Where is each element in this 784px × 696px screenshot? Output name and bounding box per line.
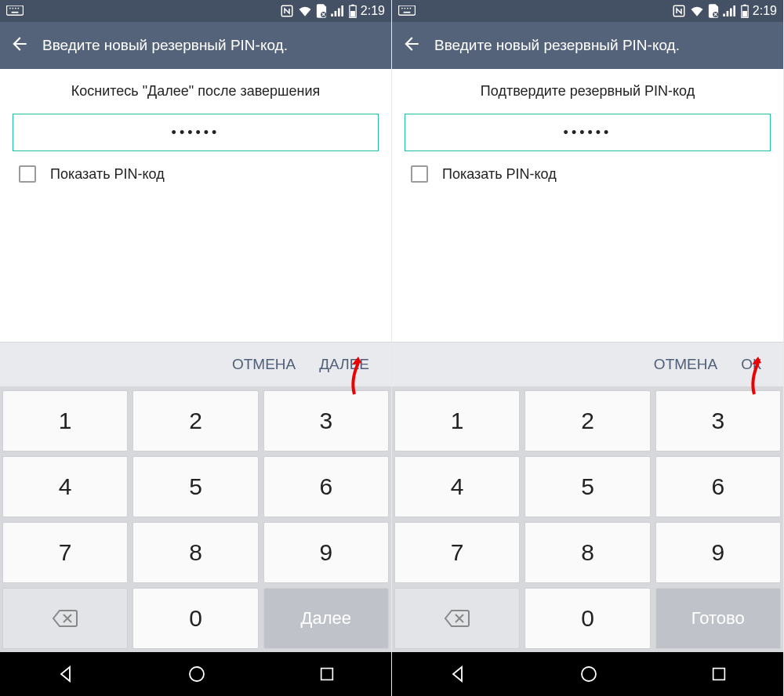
pin-input[interactable]: ••••••	[13, 114, 379, 151]
svg-point-20	[407, 8, 408, 9]
key-2[interactable]: 2	[132, 390, 258, 451]
key-backspace[interactable]	[394, 588, 520, 649]
key-2[interactable]: 2	[524, 390, 650, 451]
nav-bar	[392, 652, 783, 696]
key-5[interactable]: 5	[132, 456, 258, 517]
back-icon[interactable]	[401, 34, 422, 57]
key-4[interactable]: 4	[394, 456, 520, 517]
svg-point-3	[15, 8, 16, 9]
svg-rect-27	[730, 9, 732, 17]
confirm-button[interactable]: ДАЛЕЕ	[319, 356, 369, 373]
svg-rect-11	[341, 5, 343, 16]
cancel-button[interactable]: ОТМЕНА	[654, 356, 717, 373]
svg-rect-26	[726, 11, 728, 16]
key-action[interactable]: Готово	[655, 588, 781, 649]
svg-point-32	[582, 667, 596, 681]
svg-rect-0	[7, 5, 24, 15]
key-3[interactable]: 3	[655, 390, 781, 451]
key-1[interactable]: 1	[394, 390, 520, 451]
svg-rect-22	[404, 12, 411, 13]
key-0[interactable]: 0	[524, 588, 650, 649]
numeric-keypad: 1 2 3 4 5 6 7 8 9 0 Готово	[392, 387, 783, 652]
status-bar: 2:19	[0, 0, 391, 22]
key-backspace[interactable]	[2, 588, 128, 649]
status-bar: 2:19	[392, 0, 783, 22]
sim-icon	[708, 4, 719, 18]
wifi-icon	[298, 5, 312, 16]
svg-rect-17	[399, 5, 416, 15]
pin-mask: ••••••	[564, 125, 612, 141]
nav-recent-icon[interactable]	[710, 665, 728, 683]
instruction-text: Подтвердите резервный PIN-код	[405, 83, 771, 100]
nav-bar	[0, 652, 391, 696]
svg-rect-25	[723, 14, 725, 17]
sim-icon	[316, 4, 327, 18]
key-3[interactable]: 3	[263, 390, 389, 451]
show-pin-label: Показать PIN-код	[442, 166, 557, 183]
key-6[interactable]: 6	[655, 456, 781, 517]
svg-point-4	[18, 8, 20, 9]
svg-point-21	[410, 8, 412, 9]
key-7[interactable]: 7	[2, 522, 128, 583]
keyboard-icon	[6, 5, 24, 16]
svg-rect-8	[331, 14, 333, 17]
key-action[interactable]: Далее	[263, 588, 389, 649]
action-bar: ОТМЕНА ОК	[392, 342, 783, 387]
status-time: 2:19	[753, 4, 777, 18]
keyboard-icon	[398, 5, 416, 16]
signal-icon	[723, 5, 737, 16]
key-0[interactable]: 0	[132, 588, 258, 649]
show-pin-checkbox[interactable]	[19, 165, 36, 183]
pin-mask: ••••••	[172, 125, 220, 141]
key-6[interactable]: 6	[263, 456, 389, 517]
show-pin-row[interactable]: Показать PIN-код	[13, 165, 379, 183]
svg-point-15	[190, 667, 204, 681]
app-bar: Введите новый резервный PIN-код.	[392, 22, 783, 69]
content-area: Коснитесь "Далее" после завершения •••••…	[0, 69, 391, 342]
nfc-icon	[280, 4, 294, 18]
key-9[interactable]: 9	[655, 522, 781, 583]
key-8[interactable]: 8	[524, 522, 650, 583]
svg-rect-14	[350, 11, 355, 17]
svg-point-18	[401, 8, 403, 9]
svg-rect-5	[12, 12, 19, 13]
battery-icon	[349, 4, 357, 18]
key-9[interactable]: 9	[263, 522, 389, 583]
key-1[interactable]: 1	[2, 390, 128, 451]
nav-back-icon[interactable]	[56, 665, 75, 683]
page-title: Введите новый резервный PIN-код.	[42, 37, 288, 54]
svg-rect-10	[338, 9, 340, 17]
show-pin-label: Показать PIN-код	[50, 166, 165, 183]
battery-icon	[741, 4, 749, 18]
show-pin-row[interactable]: Показать PIN-код	[405, 165, 771, 183]
svg-point-19	[405, 8, 406, 9]
pin-input[interactable]: ••••••	[405, 114, 771, 151]
confirm-button[interactable]: ОК	[741, 356, 761, 373]
svg-rect-16	[321, 669, 332, 680]
action-bar: ОТМЕНА ДАЛЕЕ	[0, 342, 391, 387]
key-5[interactable]: 5	[524, 456, 650, 517]
numeric-keypad: 1 2 3 4 5 6 7 8 9 0 Далее	[0, 387, 391, 652]
back-icon[interactable]	[9, 34, 30, 57]
key-8[interactable]: 8	[132, 522, 258, 583]
screen-right: 2:19 Введите новый резервный PIN-код. По…	[392, 0, 784, 696]
svg-rect-28	[733, 5, 735, 16]
content-area: Подтвердите резервный PIN-код •••••• Пок…	[392, 69, 783, 342]
svg-rect-33	[713, 669, 724, 680]
nav-home-icon[interactable]	[187, 665, 206, 683]
status-time: 2:19	[361, 4, 385, 18]
instruction-text: Коснитесь "Далее" после завершения	[13, 83, 379, 100]
key-7[interactable]: 7	[394, 522, 520, 583]
nav-back-icon[interactable]	[448, 665, 467, 683]
app-bar: Введите новый резервный PIN-код.	[0, 22, 391, 69]
show-pin-checkbox[interactable]	[411, 165, 428, 183]
page-title: Введите новый резервный PIN-код.	[434, 37, 680, 54]
svg-rect-31	[742, 11, 747, 17]
nav-home-icon[interactable]	[579, 665, 598, 683]
nfc-icon	[672, 4, 686, 18]
cancel-button[interactable]: ОТМЕНА	[232, 356, 296, 373]
svg-point-2	[13, 8, 14, 9]
key-4[interactable]: 4	[2, 456, 128, 517]
signal-icon	[331, 5, 345, 16]
nav-recent-icon[interactable]	[318, 665, 336, 683]
